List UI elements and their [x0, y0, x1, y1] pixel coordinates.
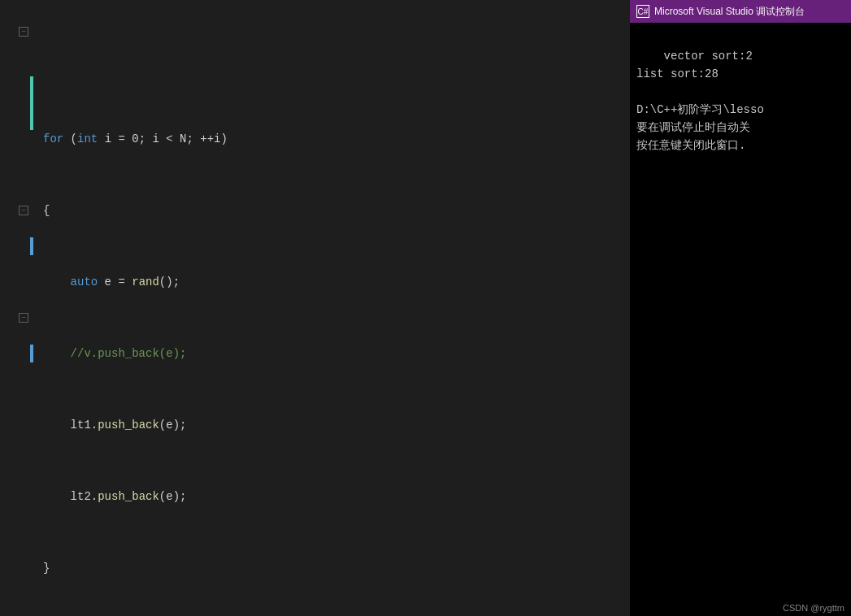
collapse-icon-3[interactable]: −	[19, 313, 28, 323]
collapse-icon-1[interactable]: −	[19, 27, 28, 37]
console-output: vector sort:2 list sort:28 D:\C++初阶学习\le…	[630, 23, 851, 600]
console-line-5: 要在调试停止时自动关	[636, 121, 750, 134]
collapse-icon-2[interactable]: −	[19, 206, 28, 215]
code-line: for (int i = 0; i < N; ++i)	[43, 130, 630, 148]
console-icon: C#	[636, 5, 649, 18]
console-line-6: 按任意键关闭此窗口.	[636, 139, 745, 152]
console-panel: C# Microsoft Visual Studio 调试控制台 vector …	[630, 0, 851, 616]
console-footer: CSDN @rygttm	[630, 600, 851, 616]
console-line-2: list sort:28	[636, 67, 719, 80]
console-line-4: D:\C++初阶学习\lesso	[636, 103, 764, 116]
console-titlebar: C# Microsoft Visual Studio 调试控制台	[630, 0, 851, 23]
code-area: − −	[0, 0, 630, 616]
code-line: lt1.push_back(e);	[43, 416, 630, 434]
code-line: lt2.push_back(e);	[43, 488, 630, 505]
console-title: Microsoft Visual Studio 调试控制台	[654, 5, 805, 19]
code-line: }	[43, 559, 630, 577]
code-line: auto e = rand();	[43, 273, 630, 291]
gutter: − −	[0, 3, 37, 616]
code-line: {	[43, 202, 630, 219]
code-line	[43, 59, 630, 76]
code-content: for (int i = 0; i < N; ++i) { auto e = r…	[37, 3, 630, 616]
console-line-1: vector sort:2	[664, 50, 753, 63]
footer-text: CSDN @rygttm	[783, 603, 844, 613]
code-line: //v.push_back(e);	[43, 345, 630, 362]
editor-panel: − −	[0, 0, 630, 616]
